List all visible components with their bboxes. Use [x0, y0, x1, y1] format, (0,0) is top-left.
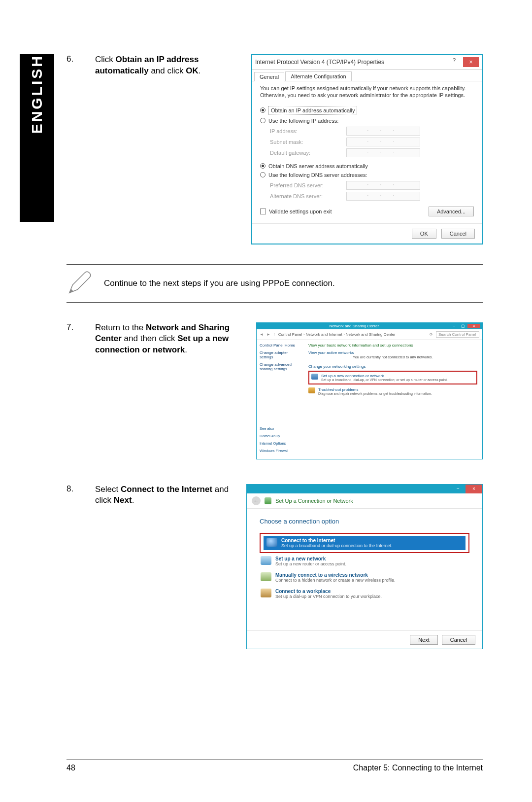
- search-input[interactable]: Search Control Panel: [436, 331, 479, 338]
- step-8: 8. Select Connect to the Internet and cl…: [66, 484, 483, 649]
- main-heading: View your basic network information and …: [308, 343, 477, 348]
- sidebar-control-panel-home[interactable]: Control Panel Home: [260, 343, 300, 348]
- step-6: 6. Click Obtain an IP address automatica…: [66, 54, 483, 244]
- troubleshoot-icon: [308, 387, 315, 393]
- cancel-button[interactable]: Cancel: [441, 229, 475, 239]
- radio-obtain-ip-auto[interactable]: [260, 107, 266, 113]
- choose-heading: Choose a connection option: [260, 518, 469, 525]
- refresh-icon[interactable]: ⟳: [430, 332, 433, 337]
- label-default-gateway: Default gateway:: [270, 150, 346, 156]
- cancel-button[interactable]: Cancel: [442, 635, 475, 645]
- step-7-number: 7.: [66, 322, 80, 332]
- label-use-following-ip: Use the following IP address:: [268, 118, 338, 124]
- label-subnet-mask: Subnet mask:: [270, 139, 346, 145]
- nav-forward-icon[interactable]: ►: [266, 332, 270, 337]
- step-8-number: 8.: [66, 484, 80, 494]
- step-7-text: Return to the Network and Sharing Center…: [95, 322, 241, 356]
- page-number: 48: [66, 764, 75, 772]
- input-default-gateway[interactable]: · · ·: [346, 148, 420, 157]
- step-6-number: 6.: [66, 54, 80, 64]
- dialog-info: You can get IP settings assigned automat…: [260, 85, 474, 99]
- sidebar-see-also: See also: [260, 426, 300, 431]
- page-footer: 48 Chapter 5: Connecting to the Internet: [66, 759, 483, 772]
- change-settings-label: Change your networking settings: [308, 364, 477, 369]
- option-connect-workplace[interactable]: Connect to a workplace Set up a dial-up …: [260, 586, 469, 602]
- input-ip-address[interactable]: · · ·: [346, 127, 420, 136]
- step-6-text: Click Obtain an IP address automatically…: [95, 54, 236, 77]
- window-title: Network and Sharing Center: [259, 324, 450, 328]
- setup-connection-icon: [311, 374, 318, 380]
- checkbox-validate[interactable]: [260, 209, 266, 214]
- sidebar-internet-options[interactable]: Internet Options: [260, 441, 300, 446]
- sidebar-windows-firewall[interactable]: Windows Firewall: [260, 449, 300, 453]
- label-use-following-dns: Use the following DNS server addresses:: [268, 172, 367, 178]
- maximize-button[interactable]: ▢: [459, 324, 467, 328]
- tab-general[interactable]: General: [254, 72, 284, 81]
- active-networks-note: You are currently not connected to any n…: [308, 355, 477, 359]
- option-connect-internet[interactable]: Connect to the Internet Set up a broadba…: [264, 536, 466, 550]
- close-button[interactable]: ×: [463, 57, 479, 67]
- label-validate: Validate settings upon exit: [269, 209, 332, 214]
- ok-button[interactable]: OK: [412, 229, 436, 239]
- wifi-icon: [261, 572, 271, 581]
- language-tab: ENGLISH: [20, 54, 54, 222]
- back-button[interactable]: ←: [252, 496, 261, 505]
- step-7: 7. Return to the Network and Sharing Cen…: [66, 322, 483, 459]
- close-button[interactable]: ×: [466, 485, 482, 493]
- close-button[interactable]: ×: [467, 324, 480, 328]
- task-setup-connection[interactable]: Set up a new connection or network Set u…: [311, 373, 474, 383]
- label-obtain-ip-auto: Obtain an IP address automatically: [268, 106, 357, 115]
- setup-connection-dialog: − × ← Set Up a Connection or Network Cho…: [246, 484, 483, 649]
- help-button[interactable]: ?: [448, 57, 460, 67]
- sidebar-change-adapter[interactable]: Change adapter settings: [260, 350, 300, 359]
- router-icon: [261, 556, 271, 565]
- radio-use-following-dns[interactable]: [260, 172, 266, 177]
- active-networks-label: View your active networks: [308, 350, 477, 355]
- nav-up-icon[interactable]: ↑: [273, 332, 275, 337]
- input-alternate-dns[interactable]: · · ·: [346, 192, 420, 201]
- option-highlighted-box: Connect to the Internet Set up a broadba…: [260, 533, 469, 553]
- wizard-icon: [265, 497, 271, 504]
- note: Continue to the next steps if you are us…: [66, 270, 483, 297]
- network-sharing-center-window: Network and Sharing Center − ▢ × ◄ ► ↑ C…: [256, 322, 483, 459]
- pencil-icon: [66, 270, 93, 297]
- label-ip-address: IP address:: [270, 128, 346, 134]
- tab-alternate-configuration[interactable]: Alternate Configuration: [285, 71, 352, 81]
- advanced-button[interactable]: Advanced...: [429, 207, 474, 216]
- chapter-title: Chapter 5: Connecting to the Internet: [353, 764, 483, 772]
- input-preferred-dns[interactable]: · · ·: [346, 181, 420, 190]
- label-preferred-dns: Preferred DNS server:: [270, 182, 346, 188]
- note-text: Continue to the next steps if you are us…: [104, 279, 335, 288]
- input-subnet-mask[interactable]: · · ·: [346, 138, 420, 146]
- minimize-button[interactable]: −: [450, 324, 459, 328]
- radio-use-following-ip[interactable]: [260, 118, 266, 123]
- option-manual-wireless[interactable]: Manually connect to a wireless network C…: [260, 569, 469, 586]
- next-button[interactable]: Next: [410, 635, 438, 645]
- step-8-text: Select Connect to the Internet and click…: [95, 484, 232, 507]
- dialog-title: Internet Protocol Version 4 (TCP/IPv4) P…: [255, 59, 445, 66]
- tcpip-properties-dialog: Internet Protocol Version 4 (TCP/IPv4) P…: [251, 54, 483, 244]
- globe-icon: [266, 538, 277, 547]
- radio-obtain-dns-auto[interactable]: [260, 163, 266, 169]
- task-troubleshoot[interactable]: Troubleshoot problems Diagnose and repai…: [308, 386, 477, 396]
- minimize-button[interactable]: −: [452, 485, 465, 493]
- sidebar-change-sharing[interactable]: Change advanced sharing settings: [260, 362, 300, 371]
- label-obtain-dns-auto: Obtain DNS server address automatically: [268, 163, 368, 169]
- task-setup-connection-highlighted: Set up a new connection or network Set u…: [308, 371, 477, 384]
- breadcrumb[interactable]: Control Panel › Network and Internet › N…: [278, 332, 427, 337]
- label-alternate-dns: Alternate DNS server:: [270, 193, 346, 199]
- nav-back-icon[interactable]: ◄: [260, 332, 264, 337]
- wizard-title: Set Up a Connection or Network: [275, 498, 353, 504]
- option-setup-network[interactable]: Set up a new network Set up a new router…: [260, 553, 469, 569]
- briefcase-icon: [261, 589, 271, 597]
- sidebar-homegroup[interactable]: HomeGroup: [260, 434, 300, 438]
